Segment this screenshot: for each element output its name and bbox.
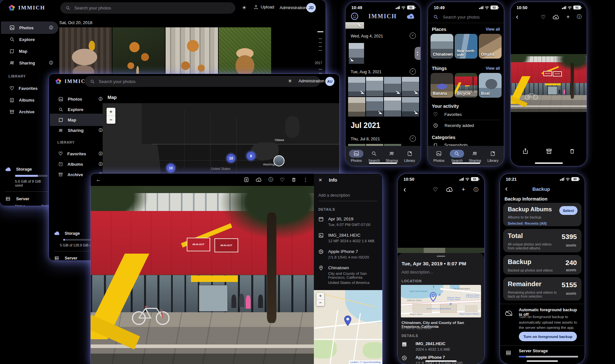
- place-thumb-chinatown[interactable]: Chinatown: [431, 34, 453, 59]
- add-icon[interactable]: +: [461, 186, 465, 193]
- map-city-label-ottawa: Ottawa: [275, 138, 284, 142]
- favorite-heart-icon[interactable]: ♡: [280, 177, 285, 183]
- administration-link[interactable]: Administration: [280, 5, 306, 10]
- info-mini-map[interactable]: + − Leaflet | © OpenStreetMap: [314, 290, 382, 364]
- info-icon[interactable]: ⓘ: [577, 14, 581, 20]
- info-icon[interactable]: ⓘ: [269, 177, 273, 183]
- photo-thumbnail[interactable]: ☁: [384, 77, 401, 96]
- cloud-upload-icon[interactable]: [256, 177, 262, 182]
- map-cluster-marker[interactable]: 8: [245, 150, 256, 161]
- sidebar-item-sharing[interactable]: Sharingⓘ: [50, 124, 108, 136]
- select-check-icon[interactable]: ✓: [410, 135, 416, 142]
- activity-recent-row[interactable]: Recently added: [433, 123, 474, 128]
- cloud-upload-icon[interactable]: [446, 187, 453, 192]
- select-check-icon[interactable]: ✓: [410, 68, 416, 75]
- photo-thumbnail[interactable]: ☁: [402, 77, 419, 96]
- upload-label: Upload: [261, 5, 274, 9]
- share-icon[interactable]: [522, 148, 528, 154]
- favorite-heart-icon[interactable]: ♡: [433, 186, 438, 193]
- nav-item-photos[interactable]: Photos: [430, 150, 448, 162]
- back-icon[interactable]: ←: [96, 176, 101, 183]
- zoom-out-button[interactable]: −: [107, 116, 115, 124]
- favorite-heart-icon[interactable]: ♡: [541, 14, 546, 20]
- scrollbar-thumb[interactable]: ▲▼: [415, 47, 420, 60]
- profile-face-icon[interactable]: [351, 12, 359, 20]
- activity-favorites-row[interactable]: ♡ Favorites: [433, 111, 462, 118]
- zoom-in-button[interactable]: +: [316, 293, 324, 300]
- photo-thumbnail[interactable]: ☁: [348, 77, 365, 96]
- close-icon[interactable]: ✕: [318, 177, 322, 183]
- search-bar[interactable]: [85, 76, 320, 87]
- add-icon[interactable]: +: [566, 14, 570, 20]
- turn-on-foreground-backup-button[interactable]: Turn on foreground backup: [519, 332, 577, 341]
- back-chevron-icon[interactable]: ‹: [516, 14, 518, 20]
- add-description-field[interactable]: Add a description: [318, 193, 350, 198]
- photo-in-n-out[interactable]: IN-N-OUT IN-N-OUT: [511, 54, 587, 112]
- download-icon[interactable]: [244, 177, 249, 182]
- search-bar[interactable]: Search your photos: [428, 12, 504, 22]
- map-photo-marker[interactable]: [273, 155, 285, 166]
- trash-icon[interactable]: [291, 177, 296, 182]
- place-thumb-near-north-side[interactable]: Near north side: [455, 34, 477, 59]
- search-input[interactable]: [74, 5, 215, 11]
- user-avatar[interactable]: AU: [325, 77, 334, 86]
- select-check-icon[interactable]: ✓: [410, 33, 416, 39]
- search-input[interactable]: [98, 79, 291, 84]
- map-attribution[interactable]: Leaflet | © OpenStreetMap: [349, 360, 382, 364]
- more-kebab-icon[interactable]: ⋮: [303, 177, 308, 183]
- map-zoom-control[interactable]: + −: [107, 108, 115, 124]
- theme-toggle-sun-icon[interactable]: ☀: [288, 78, 292, 84]
- photo-thumbnail[interactable]: [348, 97, 365, 117]
- sidebar-item-sharing[interactable]: Sharingⓘ: [1, 57, 58, 69]
- nav-item-library[interactable]: Library: [401, 150, 419, 162]
- nav-item-sharing[interactable]: Sharing: [466, 150, 484, 162]
- thing-thumb-banana[interactable]: Banana: [431, 73, 453, 98]
- nav-item-search[interactable]: Search: [448, 150, 466, 162]
- main-photo-in-n-out[interactable]: IN-N-OUT IN-N-OUT: [91, 186, 314, 364]
- back-chevron-icon[interactable]: ‹: [505, 185, 507, 193]
- scrubber-handle[interactable]: [317, 31, 323, 32]
- photo-thumbnail-partial[interactable]: ☁: [345, 22, 364, 29]
- zoom-out-button[interactable]: −: [316, 300, 324, 306]
- minimap-zoom-control[interactable]: + −: [316, 293, 324, 306]
- trash-icon[interactable]: [569, 148, 575, 154]
- status-icons: 52: [396, 6, 415, 9]
- sidebar-item-photos[interactable]: Photosⓘ: [1, 21, 58, 34]
- cloud-upload-icon[interactable]: [553, 15, 559, 20]
- location-map[interactable]: Hyde Street Harbor The Embarcadero Jeffe…: [401, 285, 481, 317]
- user-avatar[interactable]: JD: [306, 3, 316, 12]
- map-cluster-marker[interactable]: 10: [226, 153, 237, 164]
- place-thumb-omaha[interactable]: Omaha: [479, 34, 502, 59]
- photo-thumbnail[interactable]: ☁: [366, 97, 383, 117]
- sidebar-item-explore[interactable]: Explore: [1, 33, 58, 46]
- add-description-field[interactable]: Add description...: [402, 270, 433, 274]
- sidebar-label: Photos: [68, 97, 82, 102]
- theme-toggle-sun-icon[interactable]: ☀: [242, 5, 246, 11]
- administration-link[interactable]: Administration: [299, 79, 324, 83]
- things-view-all-link[interactable]: View all: [486, 66, 500, 71]
- thing-thumb-bicycle[interactable]: Bicycle: [455, 73, 477, 98]
- places-view-all-link[interactable]: View all: [486, 27, 500, 32]
- thing-thumb-boat[interactable]: Boat: [479, 73, 502, 98]
- search-bar[interactable]: [60, 2, 235, 14]
- upload-button[interactable]: Upload: [254, 5, 274, 9]
- archive-add-icon[interactable]: [546, 148, 552, 154]
- nav-item-library[interactable]: Library: [484, 150, 502, 162]
- select-albums-button[interactable]: Select: [559, 206, 578, 215]
- photo-thumbnail[interactable]: [384, 97, 401, 117]
- back-chevron-icon[interactable]: ‹: [403, 185, 406, 194]
- backup-cloud-icon[interactable]: [407, 13, 415, 20]
- photo-thumbnail[interactable]: ☁: [349, 43, 364, 64]
- zoom-in-button[interactable]: +: [107, 108, 115, 116]
- photo-thumbnail[interactable]: [366, 77, 383, 96]
- photo-thumbnail[interactable]: ☁: [402, 97, 419, 117]
- nav-item-sharing[interactable]: Sharing: [383, 150, 401, 162]
- map-cluster-marker[interactable]: 10: [165, 162, 176, 174]
- backup-albums-sub: Albums to be backup: [508, 215, 577, 219]
- sidebar-item-map[interactable]: Map: [1, 45, 58, 57]
- sheet-drag-handle[interactable]: [437, 256, 445, 257]
- info-icon[interactable]: ⓘ: [474, 187, 478, 193]
- photo-sliver[interactable]: [398, 248, 484, 253]
- nav-item-photos[interactable]: Photos: [347, 150, 365, 162]
- nav-item-search[interactable]: Search: [365, 150, 383, 162]
